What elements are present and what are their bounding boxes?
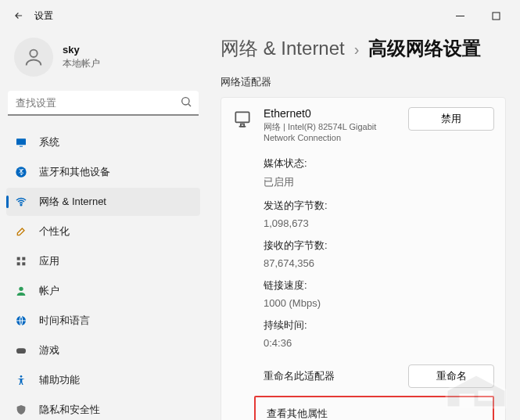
- adapter-name: Ethernet0: [264, 107, 386, 120]
- profile-section[interactable]: sky 本地帐户: [6, 31, 200, 91]
- svg-rect-5: [16, 138, 26, 145]
- nav-label: 时间和语言: [39, 314, 90, 328]
- nav-label: 个性化: [39, 224, 70, 239]
- profile-sub: 本地帐户: [63, 57, 100, 70]
- rename-label: 重命名此适配器: [264, 369, 399, 383]
- svg-rect-1: [493, 13, 500, 20]
- bytes-sent-label: 发送的字节数:: [264, 199, 494, 213]
- sidebar: sky 本地帐户 系统 蓝牙和其他设备 网络 & Internet: [0, 31, 206, 420]
- nav-item-apps[interactable]: 应用: [6, 247, 200, 275]
- nav-list: 系统 蓝牙和其他设备 网络 & Internet 个性化 应用 帐户: [6, 128, 200, 420]
- person-icon: [23, 46, 45, 68]
- svg-point-3: [182, 98, 189, 105]
- svg-point-16: [20, 375, 23, 378]
- nav-item-bluetooth[interactable]: 蓝牙和其他设备: [6, 158, 200, 186]
- svg-point-2: [30, 50, 37, 57]
- svg-point-13: [19, 287, 23, 291]
- bytes-sent-value: 1,098,673: [264, 217, 494, 229]
- apps-icon: [14, 254, 28, 268]
- duration-value: 0:4:36: [264, 337, 494, 349]
- nav-label: 隐私和安全性: [39, 403, 100, 417]
- shield-icon: [14, 403, 28, 417]
- adapter-header[interactable]: Ethernet0 网络 | Intel(R) 82574L Gigabit N…: [232, 107, 494, 144]
- nav-label: 辅助功能: [39, 373, 80, 387]
- maximize-icon: [492, 12, 500, 20]
- svg-point-8: [20, 204, 22, 206]
- wifi-icon: [14, 195, 28, 209]
- account-icon: [14, 284, 28, 298]
- breadcrumb-current: 高级网络设置: [368, 36, 481, 61]
- disable-button[interactable]: 禁用: [408, 107, 494, 131]
- accessibility-icon: [14, 373, 28, 387]
- maximize-button[interactable]: [478, 3, 514, 28]
- nav-item-personalization[interactable]: 个性化: [6, 217, 200, 246]
- nav-item-accessibility[interactable]: 辅助功能: [6, 366, 200, 394]
- title-bar: 设置: [0, 0, 520, 31]
- brush-icon: [14, 224, 28, 239]
- adapter-details: 媒体状态: 已启用 发送的字节数: 1,098,673 接收的字节数: 87,6…: [264, 156, 494, 354]
- nav-label: 游戏: [39, 343, 59, 357]
- nav-item-accounts[interactable]: 帐户: [6, 277, 200, 305]
- bytes-recv-label: 接收的字节数:: [264, 239, 494, 253]
- back-button[interactable]: [6, 3, 31, 28]
- nav-label: 蓝牙和其他设备: [39, 165, 110, 179]
- section-adapters-label: 网络适配器: [221, 75, 506, 89]
- nav-item-system[interactable]: 系统: [6, 128, 200, 156]
- adapter-description: 网络 | Intel(R) 82574L Gigabit Network Con…: [264, 121, 386, 144]
- link-speed-label: 链接速度:: [264, 278, 494, 293]
- search-input[interactable]: [8, 91, 199, 116]
- link-speed-value: 1000 (Mbps): [264, 297, 494, 309]
- nav-label: 网络 & Internet: [39, 195, 106, 209]
- chevron-right-icon: ›: [354, 41, 360, 59]
- svg-rect-17: [235, 112, 249, 122]
- svg-rect-10: [22, 257, 25, 260]
- duration-label: 持续时间:: [264, 318, 494, 332]
- display-icon: [14, 135, 28, 149]
- rename-button[interactable]: 重命名: [408, 364, 494, 388]
- svg-rect-11: [17, 262, 20, 265]
- ethernet-icon: [232, 109, 253, 129]
- gaming-icon: [14, 343, 28, 357]
- nav-item-time-language[interactable]: 时间和语言: [6, 307, 200, 335]
- minimize-button[interactable]: [442, 3, 478, 28]
- nav-item-network[interactable]: 网络 & Internet: [6, 188, 200, 216]
- svg-rect-12: [22, 262, 25, 265]
- search-icon: [180, 95, 192, 111]
- nav-item-gaming[interactable]: 游戏: [6, 336, 200, 364]
- media-status-value: 已启用: [264, 175, 494, 189]
- media-status-label: 媒体状态:: [264, 156, 494, 171]
- avatar: [14, 38, 53, 77]
- svg-line-4: [188, 104, 191, 106]
- content-pane: 网络 & Internet › 高级网络设置 网络适配器 Ethernet0 网…: [206, 31, 520, 420]
- svg-rect-15: [16, 348, 26, 354]
- globe-icon: [14, 314, 28, 328]
- profile-name: sky: [63, 44, 100, 56]
- svg-rect-6: [20, 146, 23, 147]
- rename-row: 重命名此适配器 重命名: [264, 364, 494, 388]
- view-other-properties-label: 查看其他属性: [267, 407, 482, 420]
- view-other-properties[interactable]: 查看其他属性: [254, 396, 494, 420]
- breadcrumb-parent[interactable]: 网络 & Internet: [221, 36, 345, 61]
- nav-label: 帐户: [39, 284, 59, 298]
- nav-item-privacy[interactable]: 隐私和安全性: [6, 396, 200, 420]
- minimize-icon: [456, 12, 464, 20]
- window-title: 设置: [34, 9, 53, 23]
- nav-label: 系统: [39, 135, 59, 149]
- bluetooth-icon: [14, 165, 28, 179]
- breadcrumb: 网络 & Internet › 高级网络设置: [221, 36, 506, 61]
- arrow-left-icon: [13, 10, 24, 21]
- bytes-recv-value: 87,674,356: [264, 257, 494, 269]
- adapter-card: Ethernet0 网络 | Intel(R) 82574L Gigabit N…: [221, 97, 506, 420]
- nav-label: 应用: [39, 254, 59, 268]
- svg-rect-9: [17, 257, 20, 260]
- search-container: [8, 91, 199, 116]
